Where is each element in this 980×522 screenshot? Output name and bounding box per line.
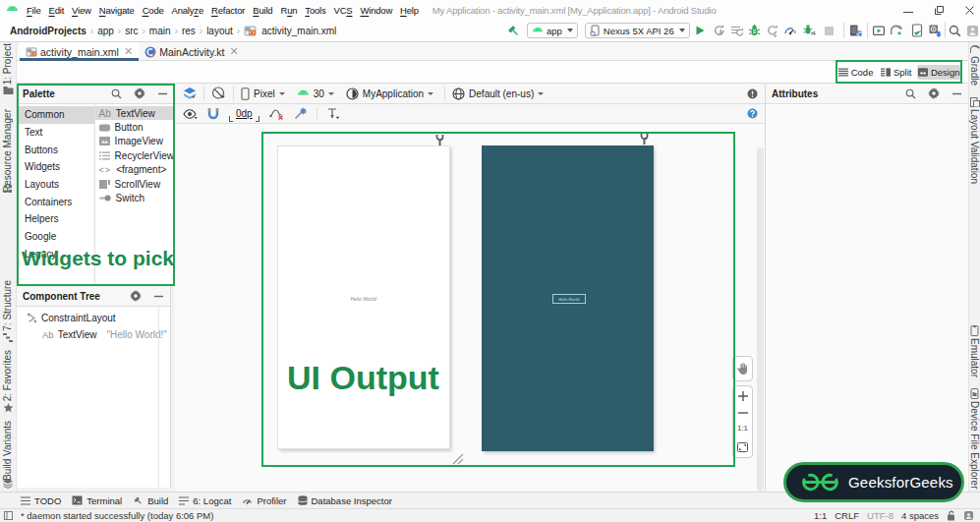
palette-category-google[interactable]: Google [17,228,94,246]
tool-button-gradle[interactable]: Gradle [969,56,980,86]
menu-run[interactable]: Run [276,5,301,16]
tool-button-todo[interactable]: TODO [21,495,61,506]
file-encoding[interactable]: UTF-8 [867,510,894,521]
apply-code-changes-icon[interactable] [729,23,745,38]
design-canvas[interactable]: Hello World! Hello World! 1:1 [175,124,765,492]
mode-split-button[interactable]: Split [880,65,913,80]
pack-align-icon[interactable] [326,108,340,120]
resize-handle[interactable] [451,452,464,465]
maximize-button[interactable] [935,6,944,15]
menu-tools[interactable]: Tools [301,5,329,16]
design-view-preview[interactable]: Hello World! [277,145,450,449]
tab-mainactivity-kt[interactable]: MainActivity.kt ✕ [139,42,245,61]
tool-button-device-file-explorer[interactable]: Device File Explorer [969,401,980,489]
running-devices-icon[interactable] [871,23,887,38]
notifications-icon[interactable] [963,510,974,521]
lock-icon[interactable] [947,510,955,521]
close-tab-icon[interactable]: ✕ [229,45,238,58]
clear-constraints-icon[interactable] [269,107,284,120]
line-separator[interactable]: CRLF [835,510,859,521]
search-icon[interactable] [111,88,122,99]
menu-window[interactable]: Window [356,5,396,16]
zoom-to-fit-button[interactable] [737,442,748,452]
breadcrumb-res[interactable]: res [180,26,198,36]
zoom-out-button[interactable] [738,411,748,415]
palette-category-containers[interactable]: Containers [17,193,94,210]
search-icon[interactable] [905,88,916,99]
search-everywhere-icon[interactable] [948,23,963,38]
default-margin-dropdown[interactable]: 0dp [229,108,259,119]
api-level-dropdown[interactable]: 30 [314,88,324,99]
apply-changes-icon[interactable] [712,23,727,38]
tool-button-build-variants[interactable]: Build Variants [2,421,13,481]
view-options-eye-icon[interactable] [183,109,198,119]
menu-vcs[interactable]: VCS [330,5,357,16]
tool-button-emulator[interactable]: Emulator [969,338,980,377]
palette-category-helpers[interactable]: Helpers [17,210,94,228]
zoom-ratio-button[interactable]: 1:1 [737,424,748,433]
scrollbar[interactable] [757,147,764,492]
palette-item-scrollview[interactable]: ScrollView [95,177,174,191]
autoconnect-magnet-icon[interactable] [207,107,219,120]
hide-panel-icon[interactable] [157,88,168,99]
tree-item-textview[interactable]: Ab TextView "Hello World!" [17,327,170,342]
tool-button-build[interactable]: Build [133,495,168,506]
palette-item-switch[interactable]: Switch [95,191,174,204]
breadcrumb-project[interactable]: AndroidProjects [8,26,88,36]
tool-button-layout-validation[interactable]: Layout Validation [969,109,980,184]
caret-position[interactable]: 1:1 [814,510,827,521]
run-button[interactable] [692,23,708,38]
tool-button-project[interactable]: 1: Project [2,43,13,85]
sdk-manager-icon[interactable] [927,23,943,38]
palette-category-buttons[interactable]: Buttons [17,141,94,158]
menu-navigate[interactable]: Navigate [95,5,139,16]
menu-build[interactable]: Build [249,5,276,16]
gear-icon[interactable] [134,87,145,99]
menu-refactor[interactable]: Refactor [207,5,249,16]
minimize-button[interactable] [903,5,913,15]
infer-constraints-wand-icon[interactable] [294,107,308,120]
palette-item-imageview[interactable]: ImageView [95,135,174,148]
close-button[interactable] [965,6,974,15]
tool-button-logcat[interactable]: 6: Logcat [179,495,231,506]
tool-button-resource-manager[interactable]: Resource Manager [2,109,13,193]
menu-code[interactable]: Code [139,5,168,16]
issues-icon[interactable] [747,88,758,99]
menu-analyze[interactable]: Analyze [168,5,207,16]
module-selector[interactable]: app [527,23,578,38]
orientation-icon[interactable] [211,87,226,100]
zoom-in-button[interactable] [738,391,748,401]
mode-code-button[interactable]: Code [837,65,875,80]
menu-view[interactable]: View [68,5,95,16]
profiler-icon[interactable] [782,23,798,38]
breadcrumb-src[interactable]: src [123,26,140,36]
menu-help[interactable]: Help [396,5,423,16]
sync-gradle-icon[interactable] [890,23,905,38]
hide-panel-icon[interactable] [951,88,962,99]
gear-icon[interactable] [130,290,142,302]
palette-category-widgets[interactable]: Widgets [17,158,94,176]
tool-button-structure[interactable]: 7: Structure [2,280,13,331]
menu-file[interactable]: File [23,5,45,16]
profile-avatar-icon[interactable] [965,23,980,38]
device-selector[interactable]: Nexus 5X API 26 [585,23,690,38]
tool-button-terminal[interactable]: Terminal [72,495,122,506]
tree-item-constraintlayout[interactable]: ConstraintLayout [17,311,170,325]
palette-item-recyclerview[interactable]: RecyclerView [95,148,174,162]
palette-item-button[interactable]: Button [95,120,174,134]
tool-button-profiler[interactable]: Profiler [242,495,286,506]
indent-setting[interactable]: 4 spaces [901,510,939,521]
close-tab-icon[interactable]: ✕ [124,45,133,58]
palette-category-text[interactable]: Text [17,124,94,142]
pan-tool-button[interactable] [732,356,753,381]
locale-dropdown[interactable]: Default (en-us) [469,88,534,99]
help-icon[interactable] [747,108,758,119]
scrollbar[interactable] [158,307,159,488]
profile-app-icon[interactable] [802,23,818,38]
build-hammer-icon[interactable] [505,23,521,38]
tool-button-favorites[interactable]: 2: Favorites [2,350,13,401]
layout-inspector-icon[interactable] [909,23,925,38]
attach-debugger-icon[interactable] [765,23,780,38]
device-dropdown[interactable]: Pixel [254,88,275,99]
breadcrumb-main[interactable]: main [147,26,173,36]
